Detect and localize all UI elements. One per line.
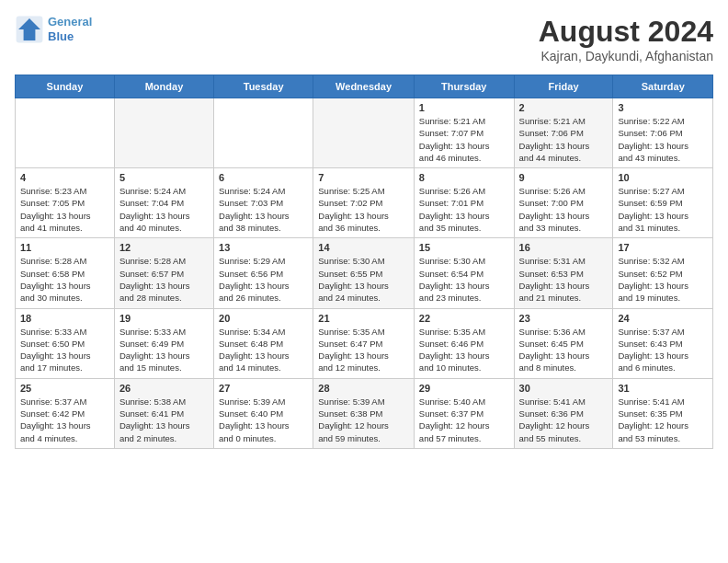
day-info: Sunrise: 5:21 AM Sunset: 7:06 PM Dayligh… xyxy=(519,115,609,164)
calendar-cell: 11Sunrise: 5:28 AM Sunset: 6:58 PM Dayli… xyxy=(16,238,115,308)
day-number: 15 xyxy=(419,242,509,253)
day-info: Sunrise: 5:41 AM Sunset: 6:36 PM Dayligh… xyxy=(519,396,609,444)
day-info: Sunrise: 5:33 AM Sunset: 6:50 PM Dayligh… xyxy=(20,326,109,374)
week-row-4: 18Sunrise: 5:33 AM Sunset: 6:50 PM Dayli… xyxy=(16,308,713,378)
day-info: Sunrise: 5:22 AM Sunset: 7:06 PM Dayligh… xyxy=(618,115,708,164)
day-number: 26 xyxy=(119,383,209,394)
day-number: 17 xyxy=(618,242,708,253)
week-row-1: 1Sunrise: 5:21 AM Sunset: 7:07 PM Daylig… xyxy=(16,98,713,168)
day-number: 24 xyxy=(618,313,708,324)
day-info: Sunrise: 5:40 AM Sunset: 6:37 PM Dayligh… xyxy=(419,396,509,444)
day-info: Sunrise: 5:41 AM Sunset: 6:35 PM Dayligh… xyxy=(618,396,708,444)
day-info: Sunrise: 5:35 AM Sunset: 6:47 PM Dayligh… xyxy=(318,326,409,374)
calendar-table: SundayMondayTuesdayWednesdayThursdayFrid… xyxy=(15,75,713,449)
day-header-friday: Friday xyxy=(514,75,613,98)
day-info: Sunrise: 5:36 AM Sunset: 6:45 PM Dayligh… xyxy=(519,326,609,374)
day-number: 21 xyxy=(318,313,409,324)
day-number: 27 xyxy=(219,383,308,394)
day-number: 28 xyxy=(318,383,409,394)
calendar-cell: 23Sunrise: 5:36 AM Sunset: 6:45 PM Dayli… xyxy=(514,308,613,378)
day-number: 8 xyxy=(419,172,509,183)
day-info: Sunrise: 5:32 AM Sunset: 6:52 PM Dayligh… xyxy=(618,255,708,304)
day-number: 29 xyxy=(419,383,509,394)
day-info: Sunrise: 5:23 AM Sunset: 7:05 PM Dayligh… xyxy=(20,185,109,234)
calendar-cell: 18Sunrise: 5:33 AM Sunset: 6:50 PM Dayli… xyxy=(16,308,115,378)
calendar-cell: 14Sunrise: 5:30 AM Sunset: 6:55 PM Dayli… xyxy=(313,238,415,308)
day-number: 20 xyxy=(219,313,308,324)
logo-icon xyxy=(15,15,44,44)
page-header: General Blue August 2024 Kajran, Daykund… xyxy=(15,15,713,63)
calendar-cell: 13Sunrise: 5:29 AM Sunset: 6:56 PM Dayli… xyxy=(214,238,313,308)
calendar-cell: 15Sunrise: 5:30 AM Sunset: 6:54 PM Dayli… xyxy=(414,238,514,308)
day-info: Sunrise: 5:28 AM Sunset: 6:58 PM Dayligh… xyxy=(20,255,109,304)
logo-line2: Blue xyxy=(48,29,74,43)
calendar-cell: 7Sunrise: 5:25 AM Sunset: 7:02 PM Daylig… xyxy=(313,168,415,238)
day-number: 30 xyxy=(519,383,609,394)
calendar-cell: 19Sunrise: 5:33 AM Sunset: 6:49 PM Dayli… xyxy=(114,308,213,378)
day-header-tuesday: Tuesday xyxy=(214,75,313,98)
day-info: Sunrise: 5:30 AM Sunset: 6:54 PM Dayligh… xyxy=(419,255,509,304)
day-header-saturday: Saturday xyxy=(613,75,713,98)
calendar-cell xyxy=(313,98,415,168)
day-header-thursday: Thursday xyxy=(414,75,514,98)
day-header-monday: Monday xyxy=(114,75,213,98)
logo-line1: General xyxy=(48,15,92,29)
day-number: 3 xyxy=(618,102,708,113)
day-info: Sunrise: 5:34 AM Sunset: 6:48 PM Dayligh… xyxy=(219,326,308,374)
day-header-sunday: Sunday xyxy=(16,75,115,98)
calendar-cell: 20Sunrise: 5:34 AM Sunset: 6:48 PM Dayli… xyxy=(214,308,313,378)
calendar-cell: 2Sunrise: 5:21 AM Sunset: 7:06 PM Daylig… xyxy=(514,98,613,168)
calendar-cell: 30Sunrise: 5:41 AM Sunset: 6:36 PM Dayli… xyxy=(514,378,613,448)
day-info: Sunrise: 5:26 AM Sunset: 7:01 PM Dayligh… xyxy=(419,185,509,234)
day-number: 25 xyxy=(20,383,109,394)
calendar-cell: 26Sunrise: 5:38 AM Sunset: 6:41 PM Dayli… xyxy=(114,378,213,448)
day-header-wednesday: Wednesday xyxy=(313,75,415,98)
day-number: 4 xyxy=(20,172,109,183)
day-info: Sunrise: 5:37 AM Sunset: 6:42 PM Dayligh… xyxy=(20,396,109,444)
day-number: 5 xyxy=(119,172,209,183)
day-number: 18 xyxy=(20,313,109,324)
day-info: Sunrise: 5:24 AM Sunset: 7:04 PM Dayligh… xyxy=(119,185,209,234)
calendar-cell: 28Sunrise: 5:39 AM Sunset: 6:38 PM Dayli… xyxy=(313,378,415,448)
calendar-cell: 1Sunrise: 5:21 AM Sunset: 7:07 PM Daylig… xyxy=(414,98,514,168)
calendar-cell: 5Sunrise: 5:24 AM Sunset: 7:04 PM Daylig… xyxy=(114,168,213,238)
calendar-cell: 17Sunrise: 5:32 AM Sunset: 6:52 PM Dayli… xyxy=(613,238,713,308)
calendar-cell: 22Sunrise: 5:35 AM Sunset: 6:46 PM Dayli… xyxy=(414,308,514,378)
day-number: 23 xyxy=(519,313,609,324)
calendar-cell: 16Sunrise: 5:31 AM Sunset: 6:53 PM Dayli… xyxy=(514,238,613,308)
day-info: Sunrise: 5:31 AM Sunset: 6:53 PM Dayligh… xyxy=(519,255,609,304)
calendar-cell xyxy=(114,98,213,168)
calendar-cell: 10Sunrise: 5:27 AM Sunset: 6:59 PM Dayli… xyxy=(613,168,713,238)
day-number: 11 xyxy=(20,242,109,253)
calendar-cell: 21Sunrise: 5:35 AM Sunset: 6:47 PM Dayli… xyxy=(313,308,415,378)
calendar-cell: 9Sunrise: 5:26 AM Sunset: 7:00 PM Daylig… xyxy=(514,168,613,238)
day-info: Sunrise: 5:37 AM Sunset: 6:43 PM Dayligh… xyxy=(618,326,708,374)
calendar-cell: 25Sunrise: 5:37 AM Sunset: 6:42 PM Dayli… xyxy=(16,378,115,448)
calendar-cell: 12Sunrise: 5:28 AM Sunset: 6:57 PM Dayli… xyxy=(114,238,213,308)
week-row-3: 11Sunrise: 5:28 AM Sunset: 6:58 PM Dayli… xyxy=(16,238,713,308)
day-info: Sunrise: 5:39 AM Sunset: 6:38 PM Dayligh… xyxy=(318,396,409,444)
logo-text: General Blue xyxy=(48,15,92,43)
day-info: Sunrise: 5:21 AM Sunset: 7:07 PM Dayligh… xyxy=(419,115,509,164)
day-number: 9 xyxy=(519,172,609,183)
location: Kajran, Daykundi, Afghanistan xyxy=(539,49,713,63)
calendar-cell: 4Sunrise: 5:23 AM Sunset: 7:05 PM Daylig… xyxy=(16,168,115,238)
day-info: Sunrise: 5:38 AM Sunset: 6:41 PM Dayligh… xyxy=(119,396,209,444)
day-info: Sunrise: 5:25 AM Sunset: 7:02 PM Dayligh… xyxy=(318,185,409,234)
calendar-cell: 8Sunrise: 5:26 AM Sunset: 7:01 PM Daylig… xyxy=(414,168,514,238)
day-number: 6 xyxy=(219,172,308,183)
week-row-5: 25Sunrise: 5:37 AM Sunset: 6:42 PM Dayli… xyxy=(16,378,713,448)
day-info: Sunrise: 5:24 AM Sunset: 7:03 PM Dayligh… xyxy=(219,185,308,234)
day-info: Sunrise: 5:27 AM Sunset: 6:59 PM Dayligh… xyxy=(618,185,708,234)
calendar-cell: 24Sunrise: 5:37 AM Sunset: 6:43 PM Dayli… xyxy=(613,308,713,378)
day-number: 22 xyxy=(419,313,509,324)
calendar-cell: 29Sunrise: 5:40 AM Sunset: 6:37 PM Dayli… xyxy=(414,378,514,448)
day-number: 31 xyxy=(618,383,708,394)
title-block: August 2024 Kajran, Daykundi, Afghanista… xyxy=(539,15,713,63)
week-row-2: 4Sunrise: 5:23 AM Sunset: 7:05 PM Daylig… xyxy=(16,168,713,238)
day-number: 19 xyxy=(119,313,209,324)
day-number: 1 xyxy=(419,102,509,113)
calendar-cell: 6Sunrise: 5:24 AM Sunset: 7:03 PM Daylig… xyxy=(214,168,313,238)
day-info: Sunrise: 5:29 AM Sunset: 6:56 PM Dayligh… xyxy=(219,255,308,304)
header-row: SundayMondayTuesdayWednesdayThursdayFrid… xyxy=(16,75,713,98)
